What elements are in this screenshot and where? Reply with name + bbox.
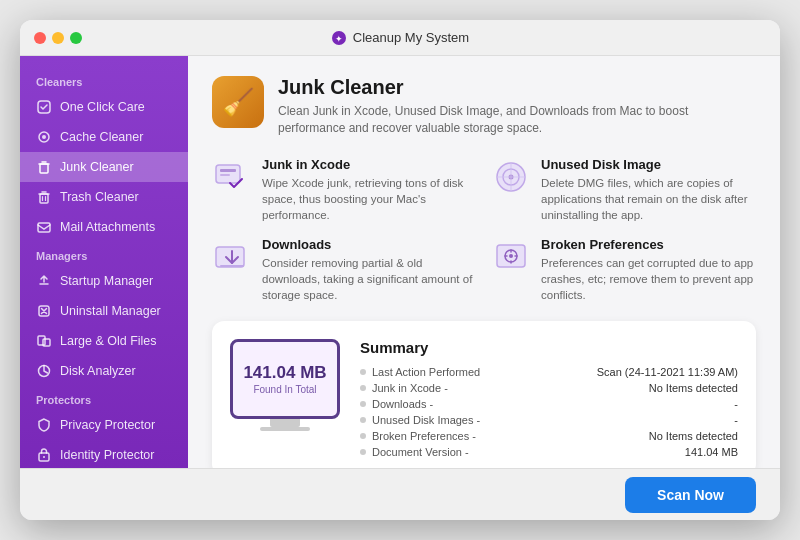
- disk-icon: [36, 363, 52, 379]
- sidebar-item-cache-cleaner[interactable]: Cache Cleaner: [20, 122, 188, 152]
- feature-card-unused-disk: Unused Disk Image Delete DMG files, whic…: [491, 157, 756, 223]
- svg-point-24: [509, 254, 513, 258]
- uninstall-icon: [36, 303, 52, 319]
- titlebar-title: ✦ Cleanup My System: [331, 30, 469, 46]
- svg-rect-21: [220, 265, 244, 267]
- summary-row-5: Document Version -: [360, 446, 541, 458]
- trash-cleaner-label: Trash Cleaner: [60, 190, 139, 204]
- summary-val-row-1: No Items detected: [557, 382, 738, 394]
- junk-cleaner-label: Junk Cleaner: [60, 160, 134, 174]
- summary-key-2: Downloads -: [372, 398, 433, 410]
- identity-icon: [36, 447, 52, 463]
- summary-monitor: 141.04 MB Found In Total: [230, 339, 340, 458]
- cleaners-section-label: Cleaners: [20, 68, 188, 92]
- summary-row-1: Junk in Xcode -: [360, 382, 541, 394]
- page-title: Junk Cleaner: [278, 76, 738, 99]
- close-button[interactable]: [34, 32, 46, 44]
- large-files-icon: [36, 333, 52, 349]
- summary-key-5: Document Version -: [372, 446, 469, 458]
- svg-point-4: [42, 135, 46, 139]
- page-header-icon: 🧹: [212, 76, 264, 128]
- sidebar-item-disk-analyzer[interactable]: Disk Analyzer: [20, 356, 188, 386]
- mail-attachments-label: Mail Attachments: [60, 220, 155, 234]
- summary-row-3: Unused Disk Images -: [360, 414, 541, 426]
- sidebar-item-junk-cleaner[interactable]: Junk Cleaner: [20, 152, 188, 182]
- sidebar-item-mail-attachments[interactable]: Mail Attachments: [20, 212, 188, 242]
- svg-point-13: [43, 456, 45, 458]
- startup-manager-label: Startup Manager: [60, 274, 153, 288]
- minimize-button[interactable]: [52, 32, 64, 44]
- page-description: Clean Junk in Xcode, Unused Disk Image, …: [278, 103, 738, 137]
- summary-row-4: Broken Preferences -: [360, 430, 541, 442]
- summary-key-4: Broken Preferences -: [372, 430, 476, 442]
- summary-val-row-0: Scan (24-11-2021 11:39 AM): [557, 366, 738, 378]
- unused-disk-desc: Delete DMG files, which are copies of ap…: [541, 175, 756, 223]
- downloads-text: Downloads Consider removing partial & ol…: [262, 237, 477, 303]
- summary-dot-5: [360, 449, 366, 455]
- sidebar-item-trash-cleaner[interactable]: Trash Cleaner: [20, 182, 188, 212]
- monitor-stand: [270, 419, 300, 427]
- titlebar: ✦ Cleanup My System: [20, 20, 780, 56]
- svg-text:✦: ✦: [335, 34, 343, 44]
- sidebar-item-identity-protector[interactable]: Identity Protector: [20, 440, 188, 468]
- monitor-found-label: Found In Total: [253, 384, 316, 395]
- summary-dot-1: [360, 385, 366, 391]
- content-area: 🧹 Junk Cleaner Clean Junk in Xcode, Unus…: [188, 56, 780, 468]
- svg-rect-9: [38, 336, 45, 345]
- summary-value-5: 141.04 MB: [677, 446, 738, 458]
- feature-card-broken-pref: Broken Preferences Preferences can get c…: [491, 237, 756, 303]
- summary-val-row-5: 141.04 MB: [557, 446, 738, 458]
- large-old-files-label: Large & Old Files: [60, 334, 157, 348]
- maximize-button[interactable]: [70, 32, 82, 44]
- page-header: 🧹 Junk Cleaner Clean Junk in Xcode, Unus…: [212, 76, 756, 137]
- summary-dot-4: [360, 433, 366, 439]
- uninstall-manager-label: Uninstall Manager: [60, 304, 161, 318]
- svg-rect-5: [40, 164, 48, 173]
- junk-xcode-icon: [212, 157, 252, 197]
- privacy-protector-label: Privacy Protector: [60, 418, 155, 432]
- broken-pref-desc: Preferences can get corrupted due to app…: [541, 255, 756, 303]
- cache-cleaner-label: Cache Cleaner: [60, 130, 143, 144]
- unused-disk-icon: [491, 157, 531, 197]
- sidebar-item-one-click-care[interactable]: One Click Care: [20, 92, 188, 122]
- svg-rect-6: [40, 194, 48, 203]
- summary-key-1: Junk in Xcode -: [372, 382, 448, 394]
- managers-section-label: Managers: [20, 242, 188, 266]
- summary-value-1: No Items detected: [641, 382, 738, 394]
- summary-val-row-3: -: [557, 414, 738, 426]
- sidebar-item-large-old-files[interactable]: Large & Old Files: [20, 326, 188, 356]
- monitor-size: 141.04 MB: [243, 363, 326, 383]
- one-click-icon: [36, 99, 52, 115]
- feature-grid: Junk in Xcode Wipe Xcode junk, retrievin…: [212, 157, 756, 304]
- summary-box: 141.04 MB Found In Total Summary Last Ac…: [212, 321, 756, 468]
- svg-rect-16: [220, 174, 230, 176]
- feature-card-junk-xcode: Junk in Xcode Wipe Xcode junk, retrievin…: [212, 157, 477, 223]
- summary-row-0: Last Action Performed: [360, 366, 541, 378]
- unused-disk-title: Unused Disk Image: [541, 157, 756, 172]
- sidebar-item-privacy-protector[interactable]: Privacy Protector: [20, 410, 188, 440]
- summary-value-0: Scan (24-11-2021 11:39 AM): [589, 366, 738, 378]
- junk-xcode-title: Junk in Xcode: [262, 157, 477, 172]
- junk-xcode-text: Junk in Xcode Wipe Xcode junk, retrievin…: [262, 157, 477, 223]
- summary-key-3: Unused Disk Images -: [372, 414, 480, 426]
- summary-dot-0: [360, 369, 366, 375]
- scan-button[interactable]: Scan Now: [625, 477, 756, 513]
- disk-analyzer-label: Disk Analyzer: [60, 364, 136, 378]
- trash-icon: [36, 189, 52, 205]
- identity-protector-label: Identity Protector: [60, 448, 155, 462]
- svg-rect-15: [220, 169, 236, 172]
- unused-disk-text: Unused Disk Image Delete DMG files, whic…: [541, 157, 756, 223]
- summary-row-2: Downloads -: [360, 398, 541, 410]
- svg-rect-20: [216, 247, 244, 267]
- sidebar-item-uninstall-manager[interactable]: Uninstall Manager: [20, 296, 188, 326]
- mail-icon: [36, 219, 52, 235]
- junk-xcode-desc: Wipe Xcode junk, retrieving tons of disk…: [262, 175, 477, 223]
- feature-card-downloads: Downloads Consider removing partial & ol…: [212, 237, 477, 303]
- summary-value-3: -: [726, 414, 738, 426]
- summary-val-row-2: -: [557, 398, 738, 410]
- summary-dot-3: [360, 417, 366, 423]
- footer: Scan Now: [20, 468, 780, 520]
- summary-key-0: Last Action Performed: [372, 366, 480, 378]
- summary-rows: Last Action Performed Scan (24-11-2021 1…: [360, 366, 738, 458]
- sidebar-item-startup-manager[interactable]: Startup Manager: [20, 266, 188, 296]
